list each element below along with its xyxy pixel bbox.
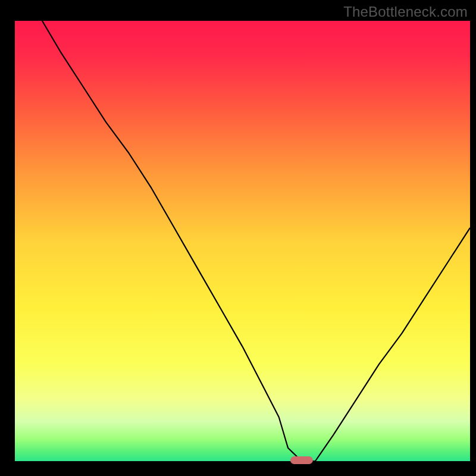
chart-svg [0, 0, 476, 476]
watermark-text: TheBottleneck.com [343, 4, 468, 20]
bottleneck-chart-container: { "watermark": "TheBottleneck.com", "col… [0, 0, 476, 476]
optimal-marker [290, 456, 313, 464]
